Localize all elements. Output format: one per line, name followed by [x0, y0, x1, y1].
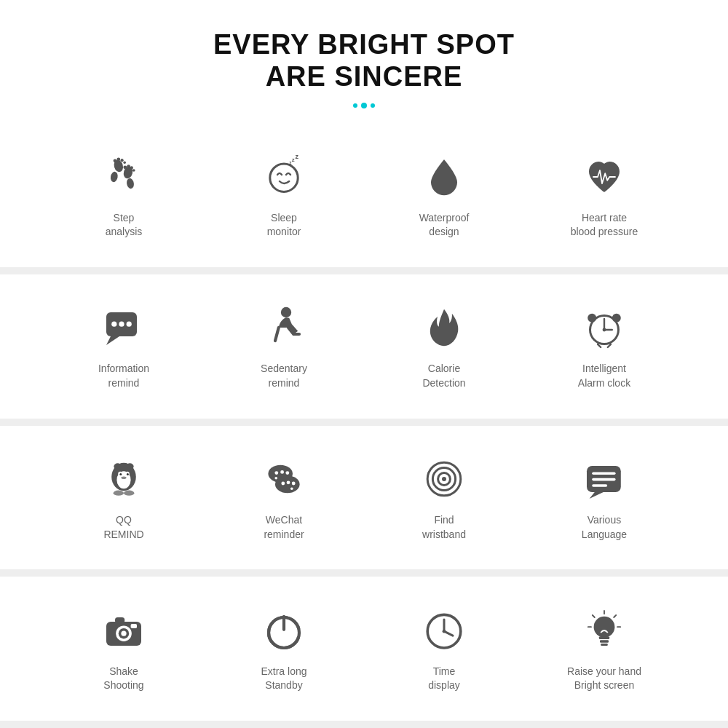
- svg-point-20: [127, 322, 132, 327]
- svg-point-46: [280, 470, 284, 474]
- dot-3: [371, 103, 375, 108]
- time-display-label: Timedisplay: [428, 665, 460, 693]
- divider-1: [0, 267, 728, 274]
- wechat-reminder-icon: [258, 454, 309, 505]
- svg-point-3: [126, 178, 135, 189]
- extra-standby-label: Extra longStandby: [261, 665, 306, 693]
- svg-point-47: [285, 471, 289, 475]
- various-language-icon: [579, 454, 630, 505]
- feature-shake-shooting: ShakeShooting: [66, 605, 182, 693]
- svg-line-83: [593, 615, 595, 617]
- svg-point-4: [114, 159, 117, 162]
- feature-qq-remind: QQREMIND: [66, 454, 182, 542]
- dot-2: [361, 103, 367, 108]
- feature-row-4: ShakeShooting Extra longStandby: [0, 577, 728, 721]
- svg-point-8: [123, 165, 127, 169]
- divider-3: [0, 569, 728, 577]
- svg-point-45: [274, 471, 278, 475]
- step-analysis-icon: [98, 151, 149, 202]
- svg-point-6: [121, 159, 124, 162]
- qq-remind-label: QQREMIND: [103, 513, 143, 542]
- feature-time-display: Timedisplay: [386, 605, 502, 693]
- features-content: Stepanalysis z z z: [0, 123, 728, 728]
- feature-sedentary-remind: Sedentaryremind: [226, 302, 342, 390]
- feature-calorie-detection: CalorieDetection: [386, 302, 502, 390]
- svg-point-44: [274, 477, 277, 480]
- feature-raise-hand: Raise your handBright screen: [546, 605, 662, 693]
- svg-point-19: [119, 322, 124, 327]
- feature-heart-rate: Heart rateblood pressure: [546, 151, 662, 240]
- information-remind-label: Informationremind: [98, 362, 149, 390]
- svg-point-40: [114, 491, 124, 496]
- feature-find-wristband: Findwristband: [386, 454, 502, 542]
- svg-point-48: [275, 475, 300, 493]
- heart-rate-label: Heart rateblood pressure: [571, 211, 638, 240]
- svg-point-18: [111, 322, 116, 327]
- svg-rect-68: [131, 624, 137, 628]
- svg-rect-77: [599, 636, 609, 639]
- raise-hand-icon: [579, 605, 630, 656]
- divider-2: [0, 419, 728, 426]
- svg-point-11: [132, 169, 135, 172]
- feature-wechat-reminder: WeChatreminder: [226, 454, 342, 542]
- svg-line-81: [614, 615, 616, 617]
- page-title: EVERY BRIGHT SPOT ARE SINCERE: [15, 29, 713, 92]
- svg-point-5: [116, 157, 120, 161]
- svg-marker-59: [590, 492, 604, 499]
- sleep-monitor-label: Sleepmonitor: [267, 211, 301, 240]
- svg-point-9: [127, 165, 130, 168]
- sedentary-remind-label: Sedentaryremind: [261, 362, 307, 390]
- feature-step-analysis: Stepanalysis: [66, 151, 182, 240]
- alarm-clock-label: IntelligentAlarm clock: [578, 362, 630, 390]
- svg-point-36: [127, 473, 129, 475]
- dot-1: [353, 103, 357, 108]
- svg-point-52: [287, 480, 290, 484]
- shake-shooting-label: ShakeShooting: [103, 665, 143, 693]
- svg-point-50: [290, 487, 293, 490]
- information-remind-icon: [98, 302, 149, 353]
- calorie-detection-label: CalorieDetection: [422, 362, 465, 390]
- waterproof-label: Waterproofdesign: [419, 211, 470, 240]
- svg-line-29: [598, 344, 601, 347]
- svg-point-53: [292, 482, 296, 486]
- feature-information-remind: Informationremind: [66, 302, 182, 390]
- svg-point-12: [270, 164, 298, 191]
- svg-point-24: [587, 314, 596, 323]
- svg-point-37: [121, 476, 126, 479]
- find-wristband-icon: [419, 454, 470, 505]
- svg-text:z: z: [292, 157, 295, 163]
- svg-point-25: [612, 314, 621, 323]
- svg-line-30: [608, 344, 611, 347]
- svg-point-28: [603, 328, 606, 332]
- svg-marker-17: [106, 336, 119, 345]
- wechat-reminder-label: WeChatreminder: [264, 513, 304, 542]
- page: EVERY BRIGHT SPOT ARE SINCERE: [0, 0, 728, 728]
- decoration-dots: [15, 103, 713, 108]
- alarm-clock-icon: [579, 302, 630, 353]
- shake-shooting-icon: [98, 605, 149, 656]
- svg-rect-79: [601, 644, 608, 646]
- svg-point-66: [121, 630, 126, 636]
- svg-rect-60: [592, 472, 615, 475]
- svg-point-51: [281, 482, 285, 486]
- svg-point-10: [130, 166, 133, 169]
- svg-point-75: [443, 629, 446, 633]
- svg-point-57: [442, 477, 446, 481]
- various-language-label: VariousLanguage: [582, 513, 627, 542]
- time-display-icon: [419, 605, 470, 656]
- feature-alarm-clock: IntelligentAlarm clock: [546, 302, 662, 390]
- svg-point-76: [594, 616, 615, 637]
- svg-rect-78: [600, 640, 609, 643]
- qq-remind-icon: [98, 454, 149, 505]
- svg-point-7: [123, 161, 126, 164]
- divider-4: [0, 721, 728, 728]
- extra-standby-icon: [258, 605, 309, 656]
- svg-point-35: [119, 473, 122, 475]
- sedentary-remind-icon: [258, 302, 309, 353]
- feature-extra-standby: Extra longStandby: [226, 605, 342, 693]
- svg-rect-62: [592, 484, 607, 487]
- feature-various-language: VariousLanguage: [546, 454, 662, 542]
- heart-rate-icon: [579, 151, 630, 202]
- waterproof-icon: [419, 151, 470, 202]
- step-analysis-label: Stepanalysis: [106, 211, 143, 240]
